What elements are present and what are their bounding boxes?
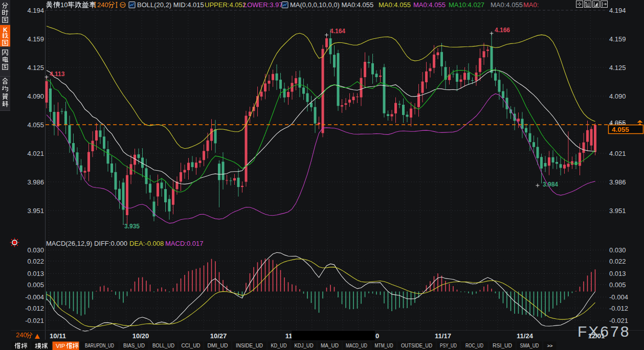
svg-text:4.055: 4.055 [27, 121, 44, 129]
svg-text:3.984: 3.984 [543, 181, 558, 188]
svg-text:OUTSIDE_UD: OUTSIDE_UD [401, 342, 432, 348]
svg-text:0.013: 0.013 [27, 270, 44, 277]
svg-text:MACD:0.017: MACD:0.017 [165, 240, 203, 247]
svg-text:DEA:-0.008: DEA:-0.008 [129, 240, 164, 247]
svg-text:BOLL_UD: BOLL_UD [152, 342, 174, 348]
svg-text:4.159: 4.159 [27, 35, 44, 43]
svg-text:-0.012: -0.012 [609, 305, 628, 312]
svg-text:MA0:: MA0: [523, 1, 539, 9]
svg-text:240: 240 [97, 1, 108, 9]
svg-text:4.194: 4.194 [27, 7, 44, 14]
svg-text:RSI_UD: RSI_UD [493, 342, 512, 348]
svg-text:MA_UD: MA_UD [321, 342, 339, 348]
svg-text:-0.012: -0.012 [25, 305, 44, 312]
svg-text:4.113: 4.113 [50, 71, 65, 78]
svg-text:KD_UD: KD_UD [271, 342, 287, 348]
svg-text:-0.004: -0.004 [25, 293, 44, 301]
svg-text:4.055: 4.055 [612, 126, 629, 133]
svg-text:MACD(26,12,9) DIFF:0.000: MACD(26,12,9) DIFF:0.000 [46, 240, 127, 247]
svg-text:PSY_UD: PSY_UD [440, 342, 457, 348]
svg-text:MA0:4.055: MA0:4.055 [379, 1, 411, 9]
svg-text:4.159: 4.159 [609, 35, 626, 43]
svg-text:ROC_UD: ROC_UD [465, 342, 483, 348]
svg-text:0: 0 [375, 332, 379, 340]
svg-text:3.986: 3.986 [27, 178, 44, 186]
svg-text:INSIDE_UD: INSIDE_UD [236, 342, 263, 348]
svg-text:»: » [547, 342, 553, 348]
svg-text:3.986: 3.986 [609, 178, 626, 186]
svg-text:11/17: 11/17 [435, 332, 451, 340]
svg-text:11/24: 11/24 [517, 332, 534, 340]
svg-text:0.022: 0.022 [27, 258, 44, 265]
svg-text:10/20: 10/20 [132, 332, 149, 340]
svg-text:0.005: 0.005 [27, 281, 44, 289]
svg-text:10/27: 10/27 [210, 332, 227, 340]
svg-text:4.090: 4.090 [609, 92, 626, 100]
svg-text:MA0:4.055: MA0:4.055 [491, 1, 523, 9]
svg-text:-0.021: -0.021 [25, 317, 44, 324]
svg-text:KDJ_UD: KDJ_UD [295, 342, 314, 348]
svg-text:4.125: 4.125 [609, 64, 626, 72]
svg-text:240: 240 [16, 331, 27, 339]
svg-text:MTM_UD: MTM_UD [375, 342, 393, 348]
svg-text:UPPER:4.052: UPPER:4.052 [205, 1, 246, 9]
svg-text:4.125: 4.125 [27, 64, 44, 72]
svg-text:4.164: 4.164 [330, 28, 345, 35]
svg-text:-0.004: -0.004 [609, 293, 628, 301]
svg-text:MA0:4.055: MA0:4.055 [413, 1, 446, 9]
svg-text:4.166: 4.166 [495, 27, 510, 34]
svg-text:DMI_UD: DMI_UD [208, 342, 228, 348]
svg-text:SMA_UD: SMA_UD [520, 342, 539, 348]
svg-text:BARUPDN_UD: BARUPDN_UD [85, 342, 114, 348]
svg-text:4.021: 4.021 [609, 150, 626, 157]
svg-text:4.194: 4.194 [609, 7, 626, 14]
svg-text:LOWER:3.978: LOWER:3.978 [243, 1, 286, 9]
svg-text:CCI_UD: CCI_UD [182, 342, 201, 348]
svg-text:0.013: 0.013 [609, 270, 626, 277]
svg-text:3.951: 3.951 [609, 207, 626, 215]
svg-text:0.030: 0.030 [609, 246, 626, 254]
svg-text:4.021: 4.021 [27, 150, 44, 157]
svg-text:0.005: 0.005 [609, 281, 626, 289]
svg-text:3.951: 3.951 [27, 207, 44, 215]
svg-text:MA(0,0,0,10,0,0) MA0:4.055: MA(0,0,0,10,0,0) MA0:4.055 [290, 1, 373, 9]
svg-text:FX678: FX678 [578, 323, 630, 340]
svg-text:BIAS_UD: BIAS_UD [123, 342, 145, 348]
svg-text:VIP: VIP [56, 343, 65, 349]
svg-text:MACD_UD: MACD_UD [346, 342, 367, 348]
svg-text:4.090: 4.090 [27, 92, 44, 100]
svg-text:MA10:4.027: MA10:4.027 [449, 1, 484, 9]
svg-text:3.935: 3.935 [124, 223, 140, 230]
svg-text:0.022: 0.022 [609, 258, 626, 265]
svg-text:0.030: 0.030 [27, 246, 44, 254]
svg-text:10: 10 [60, 1, 68, 9]
svg-text:K: K [3, 27, 8, 34]
svg-text:10/11: 10/11 [50, 332, 66, 340]
svg-text:BOLL(20,2) MID:4.015: BOLL(20,2) MID:4.015 [137, 1, 204, 9]
